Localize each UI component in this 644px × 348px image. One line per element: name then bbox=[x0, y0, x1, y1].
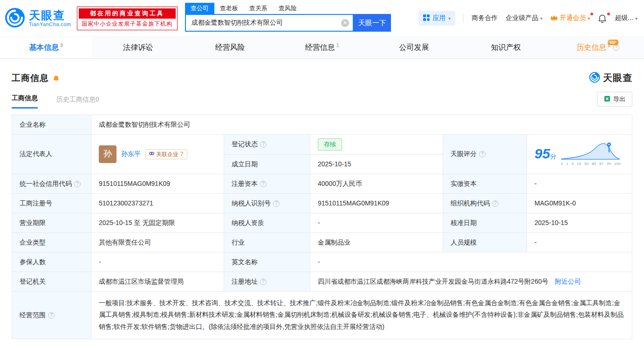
address-text: 四川省成都市温江区成都海峡两岸科技产业开发园金马街道永科路472号附260号 bbox=[318, 278, 548, 285]
related-companies-badge[interactable]: 关联企业 7 bbox=[145, 149, 187, 159]
help-icon[interactable]: ? bbox=[260, 181, 267, 187]
table-row: 登记机关 成都市温江区市场监督管理局 注册地址? 四川省成都市温江区成都海峡两岸… bbox=[12, 272, 632, 291]
related-count: 7 bbox=[180, 150, 184, 158]
excel-icon bbox=[604, 96, 610, 103]
tab-company-development[interactable]: 公司发展 bbox=[368, 37, 460, 58]
tab-label: 经营风险 bbox=[215, 43, 245, 53]
help-icon[interactable]: ? bbox=[260, 141, 267, 148]
chevron-down-icon: ▾ bbox=[588, 16, 590, 21]
field-label: 营业期限 bbox=[12, 213, 91, 232]
subtab-business-info[interactable]: 工商信息 bbox=[12, 94, 38, 109]
avatar[interactable]: 孙 bbox=[99, 145, 116, 163]
brand-name: 天眼查 bbox=[29, 9, 71, 21]
help-icon[interactable]: ? bbox=[479, 151, 486, 157]
business-scope-value: 一般项目:技术服务、技术开发、技术咨询、技术交流、技术转让、技术推广;锻件及粉末… bbox=[91, 291, 632, 339]
search-input[interactable] bbox=[192, 19, 341, 27]
notification-dot bbox=[607, 13, 610, 15]
chevron-down-icon: ▾ bbox=[448, 16, 451, 21]
org-code-value: MAG0M91K-0 bbox=[527, 193, 632, 213]
relation-icon bbox=[149, 150, 154, 158]
business-cooperation-link[interactable]: 商务合作 bbox=[472, 14, 498, 22]
subtab-history-business-info[interactable]: 历史工商信息0 bbox=[56, 96, 99, 109]
business-info-table: 企业名称 成都金鹭数智切削技术有限公司 法定代表人 孙 孙东平 bbox=[12, 115, 632, 339]
table-row: 经营范围? 一般项目:技术服务、技术开发、技术咨询、技术交流、技术转让、技术推广… bbox=[12, 291, 632, 339]
company-type-value: 其他有限责任公司 bbox=[91, 232, 224, 252]
apps-label: 应用 bbox=[432, 14, 445, 22]
search-button[interactable]: 天眼一下 bbox=[354, 14, 391, 32]
apps-grid-icon bbox=[423, 14, 430, 22]
apps-menu[interactable]: 应用 ▾ bbox=[418, 11, 455, 26]
table-row: 工商注册号 510123002373271 纳税人识别号? 91510115MA… bbox=[12, 193, 632, 213]
search-tab-company[interactable]: 查公司 bbox=[185, 3, 214, 14]
slogan-line1: 都在用的商业查询工具 bbox=[79, 8, 176, 19]
username: 超级... bbox=[615, 14, 633, 22]
help-icon[interactable]: ? bbox=[260, 279, 267, 285]
score-value: 95 bbox=[534, 146, 550, 161]
table-row: 企业类型 其他有限责任公司 行业 金属制品业 人员规模 - bbox=[12, 232, 632, 252]
business-term-value: 2025-10-15 至 无固定期限 bbox=[91, 213, 224, 232]
field-label: 注册地址? bbox=[224, 272, 310, 291]
sub-tabs: 工商信息 历史工商信息0 导出 bbox=[12, 92, 632, 109]
help-icon[interactable]: ? bbox=[613, 44, 619, 51]
tab-count: 1 bbox=[336, 42, 339, 48]
enterprise-products-menu[interactable]: 企业级产品 ▾ bbox=[506, 14, 542, 22]
tab-label: 经营信息 bbox=[305, 43, 335, 53]
tab-label: 法律诉讼 bbox=[123, 43, 153, 53]
tab-history-info[interactable]: VIP 历史信息 2 ? bbox=[552, 37, 644, 58]
field-label: 经营范围? bbox=[12, 291, 91, 339]
help-icon[interactable]: ? bbox=[48, 312, 55, 319]
tab-basic-info[interactable]: 基本信息 8 bbox=[0, 37, 92, 58]
help-icon[interactable]: ? bbox=[74, 181, 81, 187]
tab-label: 公司发展 bbox=[399, 43, 429, 53]
notifications-bell[interactable] bbox=[598, 14, 607, 23]
tab-label: 基本信息 bbox=[29, 43, 59, 53]
help-icon[interactable]: ? bbox=[492, 200, 499, 207]
search-tab-relation[interactable]: 查关系 bbox=[244, 3, 273, 14]
table-row: 法定代表人 孙 孙东平 关联企业 7 bbox=[12, 135, 632, 155]
chevron-down-icon: ▾ bbox=[540, 16, 542, 21]
tab-operating-info[interactable]: 经营信息 1 bbox=[276, 37, 368, 58]
monitor-bell-icon[interactable] bbox=[53, 75, 60, 82]
search-tabs: 查公司 查老板 查关系 查风险 bbox=[185, 3, 391, 14]
company-name-value: 成都金鹭数智切削技术有限公司 bbox=[91, 115, 632, 135]
search-box: ✕ bbox=[185, 14, 354, 32]
field-label: 登记状态? bbox=[224, 135, 310, 155]
brand-domain: TianYanCha.com bbox=[29, 21, 71, 27]
company-nav-tabs: 基本信息 8 法律诉讼 经营风险 经营信息 1 公司发展 知识产权 VIP 历史… bbox=[0, 36, 644, 59]
field-label: 参保人数 bbox=[12, 252, 91, 272]
search-tab-boss[interactable]: 查老板 bbox=[214, 3, 244, 14]
brand-slogan: 都在用的商业查询工具 国家中小企业发展子基金旗下机构 bbox=[77, 7, 178, 30]
field-label: 纳税人识别号? bbox=[224, 193, 310, 213]
search-tab-risk[interactable]: 查风险 bbox=[273, 3, 302, 14]
table-row: 参保人数 - 英文名称 - bbox=[12, 252, 632, 272]
score-chart: 0131550859799100 bbox=[561, 141, 620, 167]
tianyancha-logo[interactable]: 天眼查 TianYanCha.com bbox=[5, 7, 71, 29]
field-label: 工商注册号 bbox=[12, 193, 91, 213]
credit-code-value: 91510115MAG0M91K09 bbox=[91, 174, 224, 193]
reg-address-value: 四川省成都市温江区成都海峡两岸科技产业开发园金马街道永科路472号附260号 附… bbox=[310, 272, 632, 291]
section-title: 工商信息 bbox=[12, 72, 49, 84]
user-menu[interactable]: 超级... ▾ bbox=[615, 14, 637, 22]
registry-authority-value: 成都市温江区市场监督管理局 bbox=[91, 272, 224, 291]
field-label: 企业名称 bbox=[12, 115, 91, 135]
reg-capital-value: 40000万人民币 bbox=[310, 174, 443, 193]
tab-label: 历史信息 bbox=[576, 43, 606, 53]
nearby-companies-link[interactable]: 附近公司 bbox=[555, 278, 581, 285]
export-button[interactable]: 导出 bbox=[597, 92, 632, 107]
tab-legal-proceedings[interactable]: 法律诉讼 bbox=[92, 37, 184, 58]
legal-rep-link[interactable]: 孙东平 bbox=[121, 149, 141, 159]
slogan-line2: 国家中小企业发展子基金旗下机构 bbox=[79, 19, 176, 28]
clear-search-icon[interactable]: ✕ bbox=[341, 19, 349, 27]
main-content: 工商信息 天眼查 工商信息 历史工商信息0 bbox=[0, 72, 644, 339]
open-vip-menu[interactable]: 开通会员 ▾ bbox=[550, 14, 590, 22]
field-label: 行业 bbox=[224, 232, 310, 252]
field-label: 人员规模 bbox=[443, 232, 527, 252]
tab-intellectual-property[interactable]: 知识产权 bbox=[460, 37, 552, 58]
staff-size-value: - bbox=[527, 232, 632, 252]
help-icon[interactable]: ? bbox=[273, 200, 280, 207]
tab-operating-risk[interactable]: 经营风险 bbox=[184, 37, 276, 58]
status-badge: 存续 bbox=[318, 138, 342, 150]
field-label: 成立日期 bbox=[224, 154, 310, 174]
watermark-text: 天眼查 bbox=[603, 72, 632, 84]
field-label: 法定代表人 bbox=[12, 135, 91, 174]
